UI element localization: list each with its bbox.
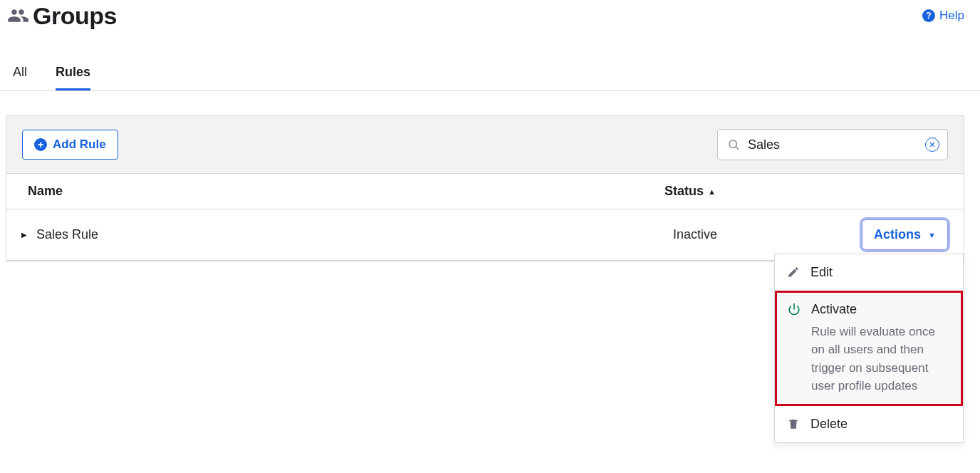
column-status[interactable]: Status ▲ — [664, 184, 942, 199]
menu-edit-label: Edit — [810, 264, 952, 281]
table-row: ▶ Sales Rule Inactive Actions ▼ Edit — [6, 209, 964, 261]
table-header: Name Status ▲ — [6, 174, 964, 209]
help-label: Help — [939, 9, 964, 23]
expand-row-icon[interactable]: ▶ — [19, 231, 29, 239]
column-status-label: Status — [664, 184, 704, 199]
menu-item-activate[interactable]: Activate Rule will evaluate once on all … — [775, 291, 963, 405]
search-icon — [727, 138, 740, 151]
menu-item-edit[interactable]: Edit — [775, 254, 963, 291]
add-rule-button[interactable]: + Add Rule — [22, 130, 118, 160]
actions-label: Actions — [874, 227, 921, 242]
row-status: Inactive — [673, 227, 815, 242]
search-input[interactable] — [717, 129, 948, 160]
power-icon — [787, 301, 801, 316]
svg-point-0 — [729, 140, 737, 148]
trash-icon — [786, 416, 801, 430]
tab-rules[interactable]: Rules — [56, 65, 90, 90]
row-name: Sales Rule — [29, 227, 673, 242]
help-icon: ? — [922, 9, 935, 22]
tabs: All Rules — [0, 61, 980, 91]
page-title: Groups — [33, 2, 117, 30]
svg-line-1 — [736, 147, 738, 149]
actions-button[interactable]: Actions ▼ — [862, 219, 948, 250]
column-name[interactable]: Name — [28, 184, 664, 199]
menu-item-delete[interactable]: Delete — [775, 406, 963, 442]
plus-icon: + — [34, 138, 47, 151]
menu-activate-label: Activate — [811, 301, 951, 318]
sort-ascending-icon: ▲ — [708, 187, 716, 196]
add-rule-label: Add Rule — [53, 137, 106, 152]
help-link[interactable]: ? Help — [922, 9, 964, 23]
rules-panel: + Add Rule Name Status ▲ ▶ Sales R — [6, 115, 964, 261]
menu-delete-label: Delete — [810, 416, 952, 432]
pencil-icon — [786, 264, 801, 279]
clear-search-icon[interactable] — [925, 137, 939, 152]
groups-icon — [7, 5, 28, 26]
tab-all[interactable]: All — [13, 65, 27, 90]
menu-activate-description: Rule will evaluate once on all users and… — [811, 323, 951, 395]
caret-down-icon: ▼ — [928, 231, 936, 239]
toolbar: + Add Rule — [6, 116, 964, 174]
actions-menu: Edit Activate Rule will evaluate once on… — [774, 254, 964, 443]
search-wrap — [717, 129, 948, 160]
